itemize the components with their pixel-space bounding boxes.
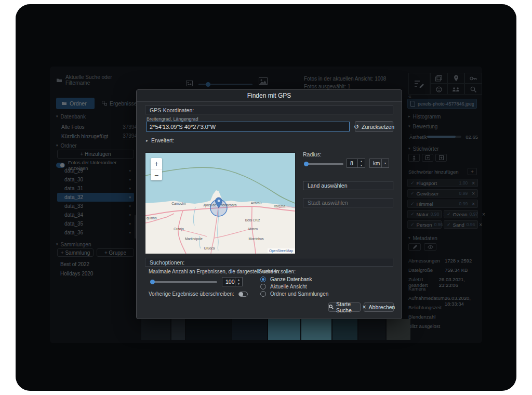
dialog-titlebar[interactable]: Finden mit GPS bbox=[137, 90, 402, 102]
advanced-expander[interactable]: ▸ Erweitert: bbox=[146, 137, 174, 143]
map-label: Marco bbox=[248, 227, 258, 231]
options-section-header: Suchoptionen: bbox=[145, 258, 393, 267]
map-zoom-control: + − bbox=[151, 158, 162, 180]
map-label: quinha bbox=[147, 216, 157, 220]
reset-button[interactable]: ↺ Zurücksetzen bbox=[355, 121, 393, 132]
overwrite-label: Vorherige Ergebnisse überschreiben: bbox=[149, 291, 234, 297]
reset-icon: ↺ bbox=[354, 124, 359, 129]
map-label: Martinópole bbox=[185, 237, 203, 241]
country-select[interactable]: Land auswählen bbox=[303, 181, 393, 190]
max-results-slider-knob[interactable] bbox=[150, 280, 155, 284]
dropdown-arrow-icon[interactable]: ▼ bbox=[381, 159, 389, 167]
radio-current-view[interactable]: Aktuelle Ansicht bbox=[260, 284, 307, 289]
coords-label: Breitengrad, Längengrad bbox=[147, 116, 198, 122]
spin-down-icon[interactable]: ▼ bbox=[235, 282, 242, 286]
map-label: Acaraú bbox=[251, 201, 262, 205]
map-label: Morrinhos bbox=[249, 237, 264, 241]
overwrite-toggle[interactable] bbox=[238, 292, 248, 297]
screen-background: Aktuelle Suche oder Filtername « Fotos i… bbox=[16, 4, 516, 391]
cancel-button[interactable]: × Abbrechen bbox=[364, 302, 394, 312]
max-results-slider[interactable] bbox=[150, 281, 217, 283]
radius-slider-knob[interactable] bbox=[304, 162, 309, 166]
map-attribution[interactable]: OpenStreetMap bbox=[268, 248, 295, 253]
spin-down-icon[interactable]: ▼ bbox=[358, 163, 365, 167]
zoom-out-button[interactable]: − bbox=[151, 169, 162, 180]
zoom-in-button[interactable]: + bbox=[151, 158, 162, 169]
chevron-right-icon: ▸ bbox=[146, 138, 148, 143]
map-label: Camocim bbox=[171, 202, 185, 205]
radio-icon bbox=[260, 276, 266, 282]
close-icon: × bbox=[363, 305, 366, 310]
spin-up-icon[interactable]: ▲ bbox=[235, 278, 242, 282]
gps-search-dialog: Finden mit GPS GPS-Koordinaten: Breiteng… bbox=[136, 89, 402, 319]
radius-label: Radius: bbox=[303, 151, 322, 157]
max-results-spinbox[interactable]: 100 ▲▼ bbox=[222, 277, 243, 286]
radio-folders-collections[interactable]: Ordner und Sammlungen bbox=[260, 291, 328, 297]
radius-slider[interactable] bbox=[304, 163, 343, 165]
gps-section-header: GPS-Koordinaten: bbox=[145, 106, 393, 114]
overwrite-row: Vorherige Ergebnisse überschreiben: bbox=[149, 291, 248, 297]
radius-unit-select[interactable]: km ▼ bbox=[369, 159, 389, 168]
city-select[interactable]: Stadt auswählen bbox=[303, 198, 393, 207]
map-label: Uruoca bbox=[204, 246, 215, 250]
radio-icon bbox=[260, 284, 266, 289]
map-label: Granja bbox=[174, 227, 184, 231]
map-label: Itarema bbox=[274, 204, 285, 208]
radio-whole-database[interactable]: Ganze Datenbank bbox=[260, 276, 312, 282]
radio-icon bbox=[260, 291, 266, 297]
dialog-title: Finden mit GPS bbox=[247, 92, 291, 99]
coords-input[interactable]: 2°54'13.09"S 40°27'3.0"W bbox=[146, 122, 350, 131]
map[interactable]: quinha Camocim Jijoca de Jericoacoara Ac… bbox=[145, 152, 296, 254]
start-search-button[interactable]: Starte Suche bbox=[328, 302, 361, 312]
radius-spinbox[interactable]: 8 ▲▼ bbox=[347, 159, 365, 168]
search-in-label: Suche in: bbox=[259, 269, 281, 274]
search-icon bbox=[329, 304, 334, 310]
spin-up-icon[interactable]: ▲ bbox=[358, 159, 365, 163]
map-label: Bela Cruz bbox=[245, 218, 260, 222]
map-canvas: quinha Camocim Jijoca de Jericoacoara Ac… bbox=[145, 153, 295, 254]
